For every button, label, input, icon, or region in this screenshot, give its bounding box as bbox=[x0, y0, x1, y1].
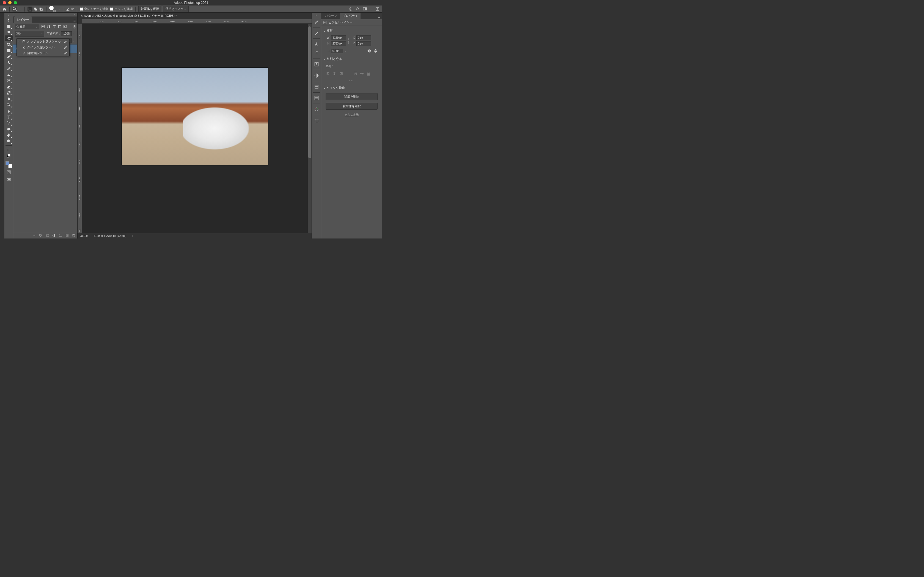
new-layer-icon[interactable] bbox=[65, 234, 69, 237]
workspace-icon[interactable] bbox=[363, 7, 367, 11]
delete-layer-icon[interactable] bbox=[72, 234, 76, 237]
align-left-icon[interactable] bbox=[326, 71, 330, 76]
adjustments-panel-icon[interactable] bbox=[313, 71, 320, 80]
move-tool[interactable] bbox=[5, 17, 13, 23]
color-swatches[interactable] bbox=[5, 161, 12, 168]
filter-adjustment-icon[interactable] bbox=[47, 25, 51, 29]
panel-menu-icon[interactable]: ≡ bbox=[72, 18, 77, 23]
tool-preset-dropdown[interactable] bbox=[19, 7, 22, 11]
show-more-link[interactable]: さらに表示 bbox=[323, 112, 380, 118]
sample-all-layers-checkbox[interactable]: 全レイヤーを対象 bbox=[80, 7, 108, 11]
zoom-level[interactable]: 31.1% bbox=[80, 234, 88, 237]
filter-pixel-icon[interactable] bbox=[41, 25, 45, 29]
select-subject-button[interactable]: 被写体を選択 bbox=[138, 6, 162, 12]
align-more-icon[interactable]: ••• bbox=[323, 79, 380, 83]
dock-collapse-icon[interactable]: ›› bbox=[316, 14, 317, 17]
brush-picker-dropdown[interactable] bbox=[58, 7, 60, 11]
color-panel-icon[interactable] bbox=[313, 105, 320, 113]
window-zoom[interactable] bbox=[14, 1, 17, 5]
x-input[interactable]: 0 px bbox=[356, 35, 371, 40]
character-panel-icon[interactable] bbox=[313, 40, 320, 48]
filter-type-icon[interactable] bbox=[52, 25, 56, 29]
align-top-icon[interactable] bbox=[353, 71, 357, 76]
lasso-tool[interactable] bbox=[5, 29, 13, 35]
opacity-dropdown-icon[interactable]: ⌄ bbox=[73, 32, 76, 35]
document-image[interactable] bbox=[122, 68, 268, 165]
select-and-mask-button[interactable]: 選択とマスク... bbox=[163, 6, 189, 12]
marquee-tool[interactable] bbox=[5, 23, 13, 29]
align-vcenter-icon[interactable] bbox=[360, 71, 364, 76]
select-subject-quick-button[interactable]: 被写体を選択 bbox=[326, 103, 378, 110]
width-input[interactable]: 4129 px bbox=[331, 35, 346, 40]
healing-brush-tool[interactable] bbox=[5, 60, 13, 65]
edit-toolbar-icon[interactable]: ⋯ bbox=[5, 147, 13, 153]
object-selection-tool-item[interactable]: オブジェクト選択ツール W bbox=[17, 39, 69, 45]
patterns-tab[interactable]: パターン bbox=[322, 13, 340, 19]
panel-collapse-icon[interactable]: ‹‹ bbox=[13, 13, 77, 16]
quick-actions-header[interactable]: クイック操作 bbox=[323, 85, 380, 91]
ruler-origin[interactable] bbox=[78, 26, 82, 30]
cloud-docs-icon[interactable] bbox=[349, 7, 353, 11]
align-bottom-icon[interactable] bbox=[366, 71, 371, 76]
y-input[interactable]: 0 px bbox=[356, 41, 371, 46]
angle-value[interactable]: 0° bbox=[71, 7, 74, 11]
clone-stamp-tool[interactable] bbox=[5, 72, 13, 77]
libraries-panel-icon[interactable] bbox=[313, 83, 320, 91]
height-input[interactable]: 2753 px bbox=[331, 41, 346, 46]
search-icon[interactable] bbox=[355, 7, 360, 11]
group-icon[interactable] bbox=[58, 234, 62, 237]
brush-settings-panel-icon[interactable] bbox=[313, 18, 320, 26]
gradient-tool[interactable] bbox=[5, 90, 13, 96]
flip-vertical-icon[interactable] bbox=[374, 48, 378, 53]
quick-mask-icon[interactable] bbox=[5, 169, 13, 175]
hand-tool[interactable] bbox=[5, 132, 13, 138]
crop-tool[interactable] bbox=[5, 42, 13, 47]
quick-selection-tool-item[interactable]: クイック選択ツール W bbox=[17, 45, 69, 50]
status-info-dropdown[interactable]: 〉 bbox=[132, 234, 134, 238]
selection-subtract-icon[interactable] bbox=[39, 6, 44, 11]
remove-background-button[interactable]: 背景を削除 bbox=[326, 93, 378, 100]
brushes-panel-icon[interactable] bbox=[313, 29, 320, 37]
selection-new-icon[interactable] bbox=[27, 6, 32, 11]
document-dimensions[interactable]: 4129 px x 2753 px (72 ppi) bbox=[94, 234, 126, 237]
eyedropper-tool[interactable] bbox=[5, 53, 13, 60]
scrollbar-thumb[interactable] bbox=[308, 26, 311, 158]
window-close[interactable] bbox=[3, 1, 6, 5]
shape-tool[interactable] bbox=[5, 126, 13, 132]
align-hcenter-icon[interactable] bbox=[332, 71, 337, 76]
enhance-edge-checkbox[interactable]: エッジを強調 bbox=[110, 7, 132, 11]
type-tool[interactable] bbox=[5, 114, 13, 120]
quick-selection-tool[interactable] bbox=[5, 35, 13, 41]
link-layers-icon[interactable] bbox=[32, 234, 36, 237]
screen-mode-icon[interactable] bbox=[5, 177, 13, 183]
selection-add-icon[interactable] bbox=[33, 6, 38, 11]
rotation-dropdown-icon[interactable]: ⌄ bbox=[345, 50, 347, 52]
filter-smart-icon[interactable] bbox=[63, 25, 67, 29]
transform-panel-icon[interactable] bbox=[313, 116, 320, 125]
horizontal-ruler[interactable]: 1000 1500 2000 2500 3000 3500 4000 4500 … bbox=[82, 19, 312, 24]
paragraph-panel-icon[interactable] bbox=[313, 49, 320, 57]
vertical-ruler[interactable]: 1000 500 0 500 1000 1500 2000 2500 3000 … bbox=[78, 24, 82, 233]
canvas[interactable] bbox=[82, 24, 308, 233]
fill-dropdown-icon[interactable]: ⌄ bbox=[73, 40, 76, 42]
align-section-header[interactable]: 整列と分布 bbox=[323, 56, 380, 62]
magic-wand-tool-item[interactable]: 自動選択ツール W bbox=[17, 50, 69, 56]
layer-filter-type-dropdown[interactable]: 種類 ⌄ bbox=[15, 24, 39, 29]
path-selection-tool[interactable] bbox=[5, 120, 13, 126]
window-minimize[interactable] bbox=[8, 1, 11, 5]
vertical-scrollbar[interactable] bbox=[308, 24, 312, 233]
blur-tool[interactable] bbox=[5, 96, 13, 102]
layer-style-icon[interactable]: fx bbox=[39, 234, 43, 237]
filter-toggle[interactable] bbox=[73, 25, 76, 29]
zoom-tool[interactable] bbox=[5, 138, 13, 144]
rotation-input[interactable]: 0.00° bbox=[331, 48, 343, 53]
swatches-panel-icon[interactable] bbox=[313, 94, 320, 102]
layers-tab[interactable]: レイヤー bbox=[14, 16, 32, 23]
properties-tab[interactable]: プロパティ bbox=[340, 13, 360, 19]
share-icon[interactable] bbox=[375, 7, 380, 11]
properties-menu-icon[interactable]: ≡ bbox=[376, 15, 382, 19]
brush-tool[interactable] bbox=[5, 66, 13, 71]
frame-tool[interactable] bbox=[5, 48, 13, 53]
flip-horizontal-icon[interactable] bbox=[367, 49, 372, 53]
opacity-input[interactable]: 100% bbox=[61, 31, 72, 36]
